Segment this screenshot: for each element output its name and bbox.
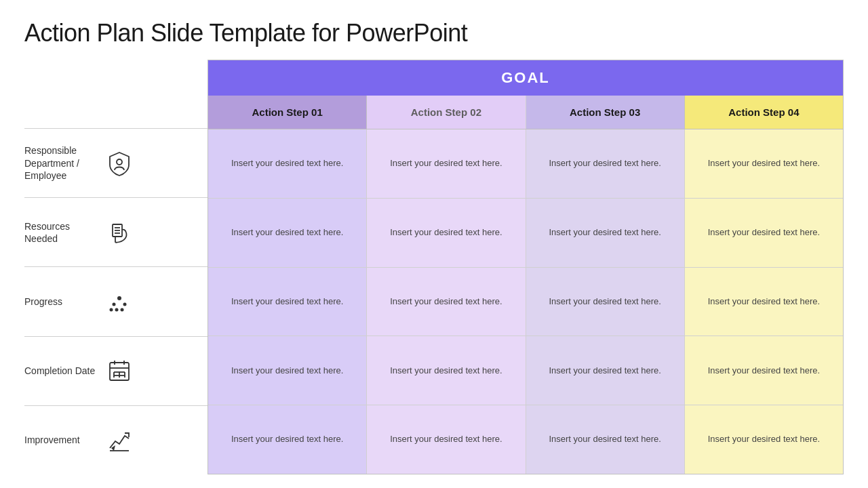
table-wrapper: Responsible Department / Employee Resour…	[24, 60, 844, 474]
cell-improvement-02[interactable]: Insert your desired text here.	[367, 405, 526, 474]
step-header-01: Action Step 01	[208, 96, 367, 129]
svg-point-5	[117, 296, 121, 300]
page-container: Action Plan Slide Template for PowerPoin…	[0, 0, 868, 488]
svg-point-7	[123, 303, 127, 306]
left-col: Responsible Department / Employee Resour…	[24, 60, 208, 474]
row-label-completion: Completion Date	[24, 365, 102, 377]
cell-progress-01[interactable]: Insert your desired text here.	[208, 268, 367, 336]
step-spacer	[24, 95, 208, 129]
cell-resources-03[interactable]: Insert your desired text here.	[526, 199, 685, 267]
cell-resources-01[interactable]: Insert your desired text here.	[208, 199, 367, 267]
calendar-icon	[102, 357, 136, 384]
steps-header-row: Action Step 01 Action Step 02 Action Ste…	[208, 96, 843, 129]
data-row-resources: Insert your desired text here. Insert yo…	[208, 199, 843, 268]
row-label-resources: Resources Needed	[24, 220, 102, 245]
data-row-responsible: Insert your desired text here. Insert yo…	[208, 129, 843, 199]
cell-responsible-03[interactable]: Insert your desired text here.	[526, 129, 685, 198]
svg-point-9	[121, 308, 124, 312]
cell-completion-04[interactable]: Insert your desired text here.	[685, 336, 843, 405]
step-header-02: Action Step 02	[367, 96, 526, 129]
goal-spacer	[24, 60, 208, 95]
svg-point-6	[113, 303, 116, 306]
page-title: Action Plan Slide Template for PowerPoin…	[24, 19, 844, 47]
data-rows: Insert your desired text here. Insert yo…	[208, 129, 843, 474]
cell-resources-02[interactable]: Insert your desired text here.	[367, 199, 526, 267]
progress-icon	[102, 288, 136, 315]
data-row-progress: Insert your desired text here. Insert yo…	[208, 268, 843, 337]
left-row-progress: Progress	[24, 267, 208, 336]
cell-improvement-04[interactable]: Insert your desired text here.	[685, 405, 843, 474]
cell-progress-03[interactable]: Insert your desired text here.	[526, 268, 685, 336]
resources-icon	[102, 219, 136, 246]
svg-rect-11	[110, 363, 129, 380]
left-row-responsible: Responsible Department / Employee	[24, 129, 208, 198]
cell-resources-04[interactable]: Insert your desired text here.	[685, 199, 843, 267]
cell-responsible-01[interactable]: Insert your desired text here.	[208, 129, 367, 198]
row-label-improvement: Improvement	[24, 434, 102, 446]
cell-improvement-03[interactable]: Insert your desired text here.	[526, 405, 685, 474]
cell-progress-02[interactable]: Insert your desired text here.	[367, 268, 526, 336]
row-label-progress: Progress	[24, 296, 102, 308]
data-row-improvement: Insert your desired text here. Insert yo…	[208, 405, 843, 474]
svg-point-8	[115, 308, 119, 312]
step-header-03: Action Step 03	[526, 96, 685, 129]
left-row-completion: Completion Date	[24, 337, 208, 406]
main-table: GOAL Action Step 01 Action Step 02 Actio…	[208, 60, 844, 474]
left-row-improvement: Improvement	[24, 406, 208, 474]
cell-progress-04[interactable]: Insert your desired text here.	[685, 268, 843, 336]
left-row-resources: Resources Needed	[24, 198, 208, 267]
goal-row: GOAL	[208, 60, 843, 96]
step-header-04: Action Step 04	[685, 96, 843, 129]
svg-point-10	[110, 308, 113, 312]
data-row-completion: Insert your desired text here. Insert yo…	[208, 336, 843, 405]
cell-completion-03[interactable]: Insert your desired text here.	[526, 336, 685, 405]
improvement-icon	[102, 426, 136, 453]
row-label-responsible: Responsible Department / Employee	[24, 144, 102, 182]
cell-responsible-04[interactable]: Insert your desired text here.	[685, 129, 843, 198]
shield-icon	[102, 150, 136, 177]
svg-point-0	[117, 159, 122, 165]
goal-label: GOAL	[501, 69, 550, 87]
cell-completion-02[interactable]: Insert your desired text here.	[367, 336, 526, 405]
cell-responsible-02[interactable]: Insert your desired text here.	[367, 129, 526, 198]
cell-completion-01[interactable]: Insert your desired text here.	[208, 336, 367, 405]
cell-improvement-01[interactable]: Insert your desired text here.	[208, 405, 367, 474]
